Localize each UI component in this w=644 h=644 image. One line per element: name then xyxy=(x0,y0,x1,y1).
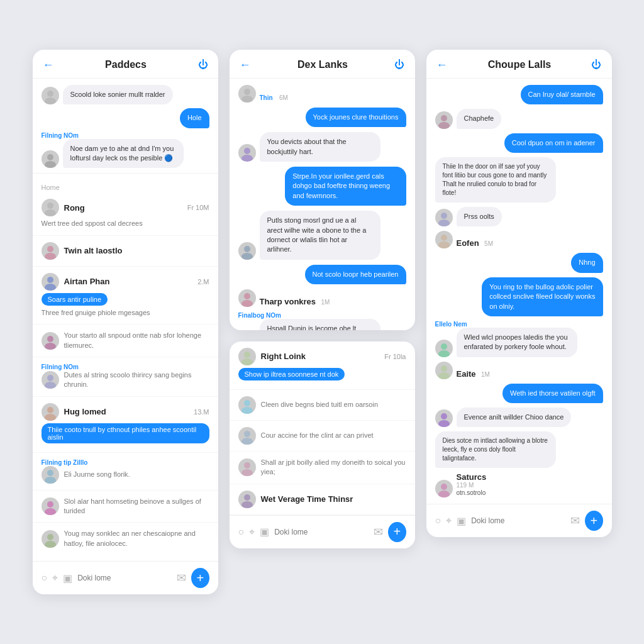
panel-dex-lanks-chat: ← Dex Lanks ⏻ Thin 6M xyxy=(230,50,415,330)
input-choupe[interactable] xyxy=(471,516,565,525)
list-item-twin[interactable]: Twin alt laostlo xyxy=(33,236,218,267)
svg-point-59 xyxy=(438,491,450,497)
back-button-dex[interactable]: ← xyxy=(240,58,251,72)
svg-point-57 xyxy=(438,420,450,427)
svg-point-46 xyxy=(441,115,447,121)
list-item-dex-5[interactable]: Wet Verage Time Thinsr xyxy=(230,484,415,515)
sub-saturcs: otn.sotrolo xyxy=(457,489,487,497)
avatar-1 xyxy=(42,87,59,104)
panels-container: ← Paddecs ⏻ Scoold loke sonier mullt rra… xyxy=(33,50,612,594)
avatar-dex-l5 xyxy=(238,491,256,508)
dex-msg-2: You devicts about that the bockjuttily h… xyxy=(238,132,406,162)
dex-msg-7: Finalbog NOm Hspall Dunin is lecome ohe … xyxy=(238,312,406,330)
bubble-dex-5: Not scolo loopr heb pearilen xyxy=(305,265,406,284)
username-filning2: Filning tip Zilllo xyxy=(42,459,209,466)
svg-point-58 xyxy=(441,484,447,490)
plus-button-choupe[interactable]: + xyxy=(585,511,602,531)
bubble-dex-1: Yock jounes clure thouitions xyxy=(306,108,406,127)
choupe-msg-6: Eofen 5M xyxy=(435,231,603,248)
svg-point-10 xyxy=(47,336,53,342)
svg-point-4 xyxy=(47,203,53,209)
time-hug: 13.M xyxy=(194,408,209,416)
list-item-filning2[interactable]: Filning tip Zilllo Eli Juurne song flori… xyxy=(33,453,218,491)
svg-point-16 xyxy=(47,470,53,476)
list-item-right-loink[interactable]: Right Loink Fr 10la Show ip iltrea soonn… xyxy=(230,341,415,390)
list-item-anon1[interactable]: Your starto all snpoud ontte nab sfor lo… xyxy=(33,325,218,357)
plus-button-dex[interactable]: + xyxy=(388,522,406,542)
svg-point-14 xyxy=(47,407,53,413)
list-item-dex-3[interactable]: Cour accine for the clint ar can privet xyxy=(230,421,415,452)
bubble-dies: Dies sotce m intlact aollowing a blotre … xyxy=(435,431,556,468)
svg-point-37 xyxy=(242,358,253,365)
bubble-airtan: Soars antir puline xyxy=(42,293,108,306)
svg-point-44 xyxy=(244,494,250,501)
name-saturcs: Saturcs xyxy=(457,472,487,482)
bubble-hug: Thiie cooto tnull by cthnout philes anhe… xyxy=(42,423,209,443)
time-right-loink: Fr 10la xyxy=(384,353,406,360)
list-item-rong[interactable]: Rong Fr 10M Wert tree ded sppost cal dec… xyxy=(33,192,218,235)
svg-point-12 xyxy=(47,375,53,381)
list-item-hug[interactable]: Hug lomed 13.M Thiie cooto tnull by cthn… xyxy=(33,397,218,453)
panel-dex-header: ← Dex Lanks ⏻ xyxy=(230,50,415,79)
svg-point-51 xyxy=(438,242,450,248)
avatar-evence xyxy=(435,409,453,427)
preview-filning: Dutes al string scoolo thirircy sang beg… xyxy=(64,370,209,390)
power-icon-choupe[interactable]: ⏻ xyxy=(591,59,601,70)
choupe-msg-4: Thiie In the door on ilf sae yof youy fo… xyxy=(435,157,603,203)
list-item-dex-4[interactable]: Shall ar jpit boilly alied my doneith to… xyxy=(230,452,415,484)
back-button-choupe[interactable]: ← xyxy=(436,58,448,72)
avatar-thin xyxy=(238,85,256,103)
choupe-msg-9: Ellelo Nem Wled wlcl pnoopes laledis the… xyxy=(435,321,603,357)
list-item-dex-2[interactable]: Cleen dive begns bied tuitl em oarsoin xyxy=(230,390,415,421)
svg-point-24 xyxy=(244,148,250,154)
avatar-anon3 xyxy=(42,530,59,548)
bubble-choupe-8: You ring to the bullog adolic polier col… xyxy=(482,277,602,316)
avatar-3 xyxy=(42,150,59,168)
avatar-right-loink xyxy=(238,348,256,365)
choupe-footer: ○ ⌖ ▣ ✉ + xyxy=(426,504,612,537)
attach-icon-paddecs: ⌖ xyxy=(52,572,58,584)
svg-point-55 xyxy=(438,372,450,379)
list-item-anon2[interactable]: Slol alar hant homseting beinove a sullg… xyxy=(33,491,218,523)
mail-icon-paddecs[interactable]: ✉ xyxy=(177,571,186,585)
svg-point-11 xyxy=(45,343,56,350)
panel-choupe-title: Choupe Lalls xyxy=(488,59,551,70)
avatar-dex-4 xyxy=(238,242,256,260)
list-item-anon3[interactable]: Youg may sonklec an ner chescaiopne and … xyxy=(33,523,218,555)
svg-point-45 xyxy=(242,501,253,508)
input-paddecs[interactable] xyxy=(77,574,172,582)
camera-icon-choupe: ▣ xyxy=(457,515,466,527)
power-icon-paddecs[interactable]: ⏻ xyxy=(198,59,208,70)
username-filning: Filning NOm xyxy=(42,364,209,370)
svg-point-25 xyxy=(242,155,253,162)
dex-msg-6: Tharp vonkres 1M xyxy=(238,289,406,307)
avatar-anon1 xyxy=(42,332,59,350)
mail-icon-dex[interactable]: ✉ xyxy=(374,525,383,539)
avatar-filning2 xyxy=(42,466,59,484)
bubble-nhng: Nhng xyxy=(571,253,602,272)
svg-point-54 xyxy=(441,365,447,372)
panel-choupe-header: ← Choupe Lalls ⏻ xyxy=(426,50,612,79)
svg-point-43 xyxy=(242,469,253,476)
mail-icon-choupe[interactable]: ✉ xyxy=(570,514,580,528)
input-dex[interactable] xyxy=(274,528,369,536)
msg-row-1: Scoold loke sonier mullt rralder xyxy=(42,85,209,104)
plus-button-paddecs[interactable]: + xyxy=(191,568,209,588)
dex-msg-thin: Thin 6M xyxy=(238,85,406,103)
preview-dex-l3: Cour accine for the clint ar can privet xyxy=(261,431,374,440)
bubble-choupe-4: Thiie In the door on ilf sae yof youy fo… xyxy=(435,157,556,203)
svg-point-0 xyxy=(47,91,53,97)
name-hug: Hug lomed xyxy=(64,407,106,416)
bubble-choupe-3: Cool dpuo on om in adener xyxy=(504,133,603,153)
list-item-airtan[interactable]: Airtan Phan 2.M Soars antir puline Three… xyxy=(33,267,218,325)
choupe-msg-2: Chaphefe xyxy=(435,109,603,128)
name-twin: Twin alt laostlo xyxy=(64,246,123,255)
back-button-paddecs[interactable]: ← xyxy=(43,58,54,72)
power-icon-dex[interactable]: ⏻ xyxy=(394,59,404,70)
bubble-dex-4: Putls stong mosrl gnd ue a al arect wilh… xyxy=(260,211,380,260)
preview-anon1: Your starto all snpoud ontte nab sfor lo… xyxy=(64,331,209,350)
bubble-choupe-1: Can Iruy olal/ starnble xyxy=(521,85,603,104)
list-item-filning[interactable]: Filning NOm Dutes al string scoolo thiri… xyxy=(33,357,218,397)
preview-filning2: Eli Juurne song florik. xyxy=(64,470,130,479)
panel-dex-title: Dex Lanks xyxy=(297,59,348,70)
